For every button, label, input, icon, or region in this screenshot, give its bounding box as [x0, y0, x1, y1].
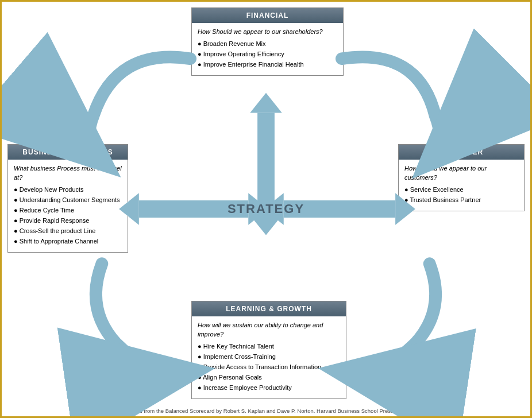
list-item: Increase Employee Productivity — [198, 384, 340, 393]
learning-list: Hire Key Technical Talent Implement Cros… — [198, 342, 340, 393]
learning-card: LEARNING & GROWTH How will we sustain ou… — [191, 301, 346, 399]
list-item: Implement Cross-Training — [198, 353, 340, 362]
customer-list: Service Excellence Trusted Business Part… — [404, 185, 518, 205]
list-item: Align Personal Goals — [198, 373, 340, 382]
customer-card: CUSTOMER How should we appear to our cus… — [398, 144, 525, 211]
list-item: Develop New Products — [14, 185, 122, 195]
list-item: Service Excellence — [404, 185, 518, 195]
svg-marker-9 — [250, 93, 282, 113]
business-question: What business Process must we excel at? — [14, 164, 122, 183]
financial-list: Broaden Revenue Mix Improve Operating Ef… — [198, 40, 337, 69]
financial-body: How Should we appear to our shareholders… — [192, 23, 343, 75]
main-container: FINANCIAL How Should we appear to our sh… — [2, 2, 530, 416]
list-item: Broaden Revenue Mix — [198, 40, 337, 49]
learning-body: How will we sustain our ability to chang… — [192, 316, 346, 398]
financial-card: FINANCIAL How Should we appear to our sh… — [191, 7, 344, 76]
list-item: Improve Operating Efficiency — [198, 50, 337, 59]
list-item: Provide Rapid Response — [14, 216, 122, 226]
business-header: BUSINESS PROCESSES — [8, 145, 128, 160]
list-item: Provide Access to Transaction Informatio… — [198, 363, 340, 372]
strategy-label: STRATEGY — [228, 202, 304, 216]
business-card: BUSINESS PROCESSES What business Process… — [7, 144, 128, 253]
svg-marker-8 — [250, 215, 282, 235]
financial-question: How Should we appear to our shareholders… — [198, 28, 337, 37]
customer-body: How should we appear to our customers? S… — [399, 160, 524, 211]
svg-marker-7 — [257, 113, 275, 215]
list-item: Hire Key Technical Talent — [198, 342, 340, 351]
footer-text: Adapted from the Balanced Scorecard by R… — [2, 408, 530, 414]
customer-question: How should we appear to our customers? — [404, 164, 518, 183]
list-item: Reduce Cycle Time — [14, 206, 122, 215]
list-item: Understanding Customer Segments — [14, 196, 122, 205]
customer-header: CUSTOMER — [399, 145, 524, 160]
list-item: Shift to Appropriate Channel — [14, 237, 122, 246]
list-item: Trusted Business Partner — [404, 196, 518, 205]
list-item: Improve Enterprise Financial Health — [198, 60, 337, 69]
list-item: Cross-Sell the product Line — [14, 227, 122, 236]
business-body: What business Process must we excel at? … — [8, 160, 128, 252]
learning-question: How will we sustain our ability to chang… — [198, 321, 340, 339]
learning-header: LEARNING & GROWTH — [192, 301, 346, 316]
financial-header: FINANCIAL — [192, 8, 343, 23]
business-list: Develop New Products Understanding Custo… — [14, 185, 122, 246]
